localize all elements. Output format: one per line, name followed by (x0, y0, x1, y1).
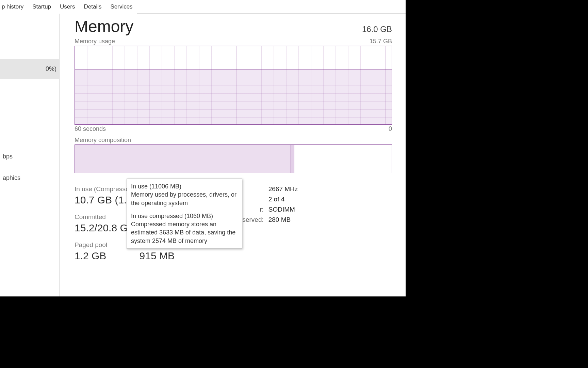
content-area: 0%) bps aphics Memory 16.0 GB Memory usa… (0, 14, 406, 296)
header-row: Memory 16.0 GB (75, 17, 392, 36)
time-axis: 60 seconds 0 (75, 125, 392, 133)
sidebar-item-label: bps (3, 153, 13, 160)
sidebar-item-label: 0%) (46, 65, 56, 72)
stat-value: SODIMM (268, 206, 295, 213)
tooltip-compressed-title: In use compressed (1060 MB) (131, 213, 213, 219)
stat-in-use: In use (Compresse 10.7 GB (1. (75, 185, 129, 206)
sidebar-item-gpu[interactable]: aphics (0, 172, 59, 184)
tab-services[interactable]: Services (106, 0, 137, 14)
stat-committed: Committed 15.2/20.8 G (75, 213, 129, 234)
time-right: 0 (389, 125, 392, 133)
composition-available (294, 145, 392, 173)
memory-composition-bar[interactable] (75, 144, 392, 173)
stat-value: 915 MB (140, 250, 185, 262)
stat-value: 10.7 GB (1. (75, 194, 129, 206)
usage-chart-max: 15.7 GB (370, 38, 392, 45)
memory-usage-chart[interactable] (75, 46, 392, 125)
tab-details[interactable]: Details (79, 0, 106, 14)
stat-value: 15.2/20.8 G (75, 222, 129, 234)
tooltip-inuse-title: In use (11006 MB) (131, 183, 181, 190)
composition-label: Memory composition (75, 137, 392, 144)
stat-paged-pool: Paged pool 1.2 GB (75, 241, 129, 262)
main-panel: Memory 16.0 GB Memory usage 15.7 GB 60 s… (60, 14, 406, 296)
composition-in-use (75, 145, 291, 173)
stat-value: 2667 MHz (268, 185, 298, 193)
sidebar-item-network[interactable]: bps (0, 151, 59, 162)
stat-label: In use (Compresse (75, 185, 129, 193)
composition-tooltip: In use (11006 MB) Memory used by process… (127, 179, 242, 249)
tab-users[interactable]: Users (55, 0, 79, 14)
tab-bar: p history Startup Users Details Services (0, 0, 406, 14)
chart-fill (75, 70, 392, 124)
usage-chart-labels: Memory usage 15.7 GB (75, 38, 392, 45)
tooltip-compressed-desc: Compressed memory stores an estimated 36… (131, 221, 235, 244)
task-manager-window: p history Startup Users Details Services… (0, 0, 406, 296)
total-memory: 16.0 GB (362, 25, 392, 34)
stat-label: Paged pool (75, 241, 129, 249)
tooltip-inuse-desc: Memory used by processes, drivers, or th… (131, 191, 236, 206)
tab-startup[interactable]: Startup (28, 0, 55, 14)
stat-label: Committed (75, 213, 129, 221)
stat-value: 2 of 4 (268, 196, 285, 203)
sidebar: 0%) bps aphics (0, 14, 60, 296)
stat-value: 1.2 GB (75, 250, 129, 262)
tab-app-history[interactable]: p history (0, 0, 28, 14)
sidebar-item-label: aphics (3, 174, 20, 181)
time-left: 60 seconds (75, 125, 106, 133)
sidebar-item-placeholder1[interactable] (0, 120, 59, 124)
stat-value: 280 MB (268, 216, 291, 224)
usage-chart-label: Memory usage (75, 38, 115, 45)
page-title: Memory (75, 17, 133, 36)
sidebar-item-memory[interactable]: 0%) (0, 59, 59, 79)
composition-compressed (291, 145, 294, 173)
